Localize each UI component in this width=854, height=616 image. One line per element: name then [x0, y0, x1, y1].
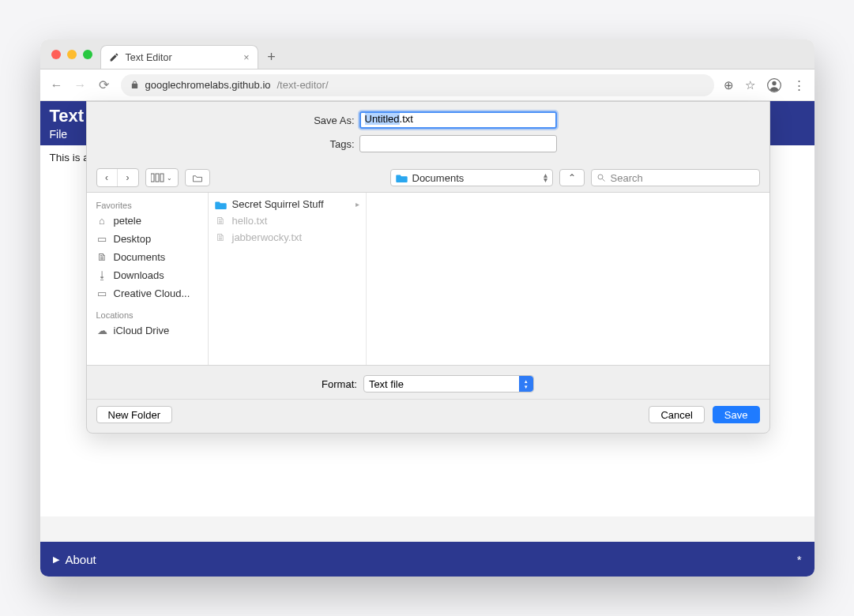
dialog-top: Save As: Untitled.txt Tags:	[87, 102, 769, 163]
sidebar: Favorites ⌂petele ▭Desktop 🗎Documents ⭳D…	[87, 193, 209, 365]
url-host: googlechromelabs.github.io	[145, 79, 271, 91]
folder-row[interactable]: Secret Squirrel Stuff ▸	[209, 196, 366, 212]
file-row[interactable]: 🗎 hello.txt	[209, 212, 366, 229]
save-button[interactable]: Save	[713, 406, 760, 423]
view-mode-segment: ⌄	[145, 168, 179, 187]
file-name: jabberwocky.txt	[232, 231, 303, 243]
file-icon: 🗎	[215, 215, 227, 227]
about-label: About	[66, 553, 96, 566]
favorites-header: Favorites	[90, 197, 205, 212]
browser-tab[interactable]: Text Editor ×	[100, 45, 258, 69]
save-as-label: Save As:	[299, 115, 355, 126]
bookmark-star-icon[interactable]: ☆	[745, 78, 755, 92]
new-folder-button[interactable]: New Folder	[96, 406, 172, 423]
file-row[interactable]: 🗎 jabberwocky.txt	[209, 229, 366, 246]
dialog-footer: New Folder Cancel Save	[87, 399, 769, 433]
save-dialog: Save As: Untitled.txt Tags: ‹ › ⌄	[86, 101, 770, 434]
sidebar-item-documents[interactable]: 🗎Documents	[90, 248, 205, 266]
toolbar-icons: ⊕ ☆ ⋮	[724, 77, 805, 93]
folder-icon: ▭	[96, 287, 108, 299]
nav-back-forward: ‹ ›	[96, 168, 139, 187]
svg-point-1	[772, 81, 776, 85]
forward-button[interactable]: →	[73, 78, 88, 92]
url-path: /text-editor/	[277, 79, 329, 91]
filename-ext: .txt	[400, 113, 413, 125]
cloud-icon: ☁	[96, 325, 108, 336]
svg-line-6	[602, 179, 604, 182]
install-app-icon[interactable]: ⊕	[724, 78, 734, 92]
location-dropdown[interactable]: Documents ▴▾	[390, 169, 553, 186]
cancel-button[interactable]: Cancel	[649, 406, 704, 423]
new-tab-button[interactable]: +	[258, 45, 285, 69]
format-select[interactable]: Text file ▴▾	[363, 375, 534, 393]
dropdown-stepper-icon: ▴▾	[544, 173, 547, 182]
select-stepper-icon: ▴▾	[519, 376, 533, 392]
svg-rect-3	[156, 174, 159, 182]
browser-toolbar: ← → ⟳ googlechromelabs.github.io/text-ed…	[40, 69, 814, 101]
address-bar[interactable]: googlechromelabs.github.io/text-editor/	[121, 74, 714, 96]
chevron-right-icon: ▸	[356, 200, 359, 208]
reload-button[interactable]: ⟳	[97, 77, 111, 92]
search-placeholder: Search	[611, 172, 643, 184]
documents-icon: 🗎	[96, 251, 108, 263]
format-row: Format: Text file ▴▾	[87, 366, 769, 399]
folder-name: Secret Squirrel Stuff	[232, 198, 324, 210]
dialog-nav-bar: ‹ › ⌄ Documents	[87, 163, 769, 192]
folder-up-button[interactable]	[185, 169, 210, 186]
tags-label: Tags:	[299, 138, 355, 150]
file-browser: Favorites ⌂petele ▭Desktop 🗎Documents ⭳D…	[87, 192, 769, 366]
disclosure-triangle-icon: ▶	[53, 554, 59, 565]
tags-input[interactable]	[359, 135, 557, 152]
tab-strip: Text Editor × +	[40, 39, 814, 69]
close-window-icon[interactable]	[51, 50, 61, 59]
pencil-icon	[109, 52, 119, 62]
file-icon: 🗎	[215, 231, 227, 243]
sidebar-item-downloads[interactable]: ⭳Downloads	[90, 266, 205, 284]
tab-close-button[interactable]: ×	[243, 52, 249, 63]
file-column: Secret Squirrel Stuff ▸ 🗎 hello.txt 🗎 ja…	[209, 193, 367, 365]
window-controls	[47, 39, 100, 69]
page-content: Text File This is a n ▶ About * Save As:…	[40, 101, 814, 577]
nav-forward-button[interactable]: ›	[118, 169, 138, 186]
svg-point-5	[598, 175, 603, 179]
location-name: Documents	[412, 172, 465, 184]
nav-back-button[interactable]: ‹	[97, 169, 118, 186]
sidebar-item-home[interactable]: ⌂petele	[90, 212, 205, 230]
svg-rect-2	[151, 174, 154, 182]
file-column-empty	[367, 193, 769, 365]
collapse-button[interactable]: ⌃	[559, 169, 585, 186]
folder-icon	[396, 173, 408, 182]
kebab-menu-icon[interactable]: ⋮	[793, 78, 805, 92]
profile-avatar-icon[interactable]	[766, 77, 782, 93]
format-value: Text file	[369, 378, 404, 390]
downloads-icon: ⭳	[96, 269, 108, 281]
browser-window: Text Editor × + ← → ⟳ googlechromelabs.g…	[40, 39, 814, 577]
format-label: Format:	[322, 378, 357, 390]
sidebar-item-creative-cloud[interactable]: ▭Creative Cloud...	[90, 284, 205, 302]
search-field[interactable]: Search	[591, 169, 760, 186]
sidebar-item-desktop[interactable]: ▭Desktop	[90, 230, 205, 248]
tab-title: Text Editor	[126, 52, 172, 63]
file-name: hello.txt	[232, 215, 268, 227]
modified-indicator: *	[797, 553, 802, 566]
locations-header: Locations	[90, 307, 205, 321]
minimize-window-icon[interactable]	[67, 50, 77, 59]
desktop-icon: ▭	[96, 233, 108, 245]
filename-selected: Untitled	[365, 113, 400, 125]
sidebar-item-icloud[interactable]: ☁iCloud Drive	[90, 321, 205, 340]
filename-input[interactable]: Untitled.txt	[359, 111, 557, 129]
folder-icon	[215, 200, 227, 209]
columns-view-button[interactable]: ⌄	[146, 169, 178, 186]
search-icon	[596, 173, 606, 182]
maximize-window-icon[interactable]	[83, 50, 92, 59]
lock-icon	[130, 80, 139, 90]
back-button[interactable]: ←	[50, 78, 64, 92]
svg-rect-4	[160, 174, 164, 182]
home-icon: ⌂	[96, 215, 108, 227]
about-bar[interactable]: ▶ About *	[40, 542, 814, 577]
